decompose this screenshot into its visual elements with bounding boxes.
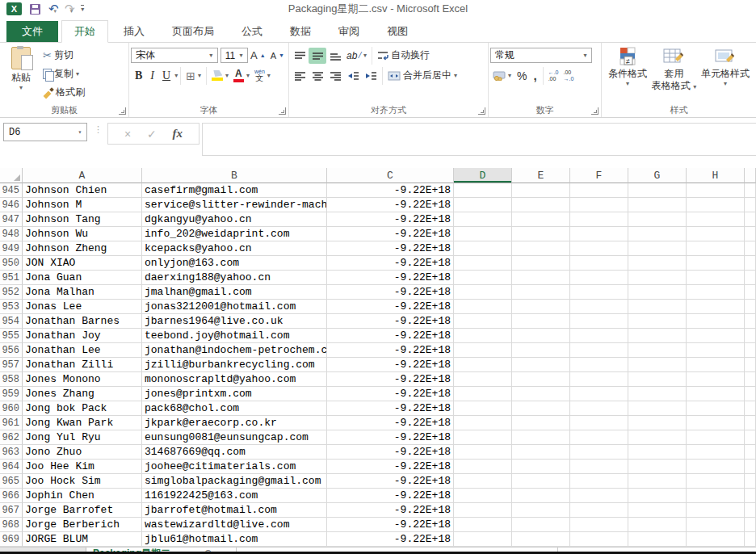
- cell-partial[interactable]: [745, 271, 756, 285]
- cell-B960[interactable]: pack68@chol.com: [142, 401, 327, 416]
- cell-D946[interactable]: [454, 198, 512, 212]
- cell-partial[interactable]: [745, 285, 756, 300]
- cell-C959[interactable]: -9.22E+18: [327, 387, 454, 401]
- cell-B965[interactable]: simglobalpackaging@gmail.com: [142, 474, 327, 489]
- cell-G959[interactable]: [628, 387, 687, 401]
- cell-F959[interactable]: [570, 387, 628, 401]
- cell-D966[interactable]: [454, 489, 512, 503]
- cell-H969[interactable]: [687, 532, 745, 547]
- tab-视图[interactable]: 视图: [375, 21, 420, 42]
- cell-A969[interactable]: JORGE BLUM: [23, 532, 142, 547]
- cell-B957[interactable]: jzilli@burbankrecycling.com: [142, 358, 327, 372]
- underline-button[interactable]: U: [158, 69, 174, 82]
- cell-D954[interactable]: [454, 314, 512, 329]
- cell-G953[interactable]: [628, 300, 687, 314]
- row-header-946[interactable]: 946: [0, 198, 23, 212]
- chevron-down-icon[interactable]: ▾: [579, 52, 591, 59]
- cell-D950[interactable]: [454, 256, 512, 271]
- cell-C952[interactable]: -9.22E+18: [327, 285, 454, 300]
- cell-D953[interactable]: [454, 300, 512, 314]
- tab-数据[interactable]: 数据: [278, 21, 323, 42]
- cell-C961[interactable]: -9.22E+18: [327, 416, 454, 430]
- cell-E949[interactable]: [512, 241, 570, 256]
- cell-E958[interactable]: [512, 372, 570, 387]
- cell-A965[interactable]: Joo Hock Sim: [23, 474, 142, 489]
- cell-H955[interactable]: [687, 329, 745, 343]
- cell-D949[interactable]: [454, 241, 512, 256]
- cell-H952[interactable]: [687, 285, 745, 300]
- cell-G968[interactable]: [628, 518, 687, 532]
- cell-F952[interactable]: [570, 285, 628, 300]
- cell-C969[interactable]: -9.22E+18: [327, 532, 454, 547]
- cell-E955[interactable]: [512, 329, 570, 343]
- cell-G948[interactable]: [628, 227, 687, 241]
- decrease-font-button[interactable]: A▼: [268, 50, 287, 61]
- column-header-E[interactable]: E: [512, 168, 570, 183]
- cell-A966[interactable]: Jophin Chen: [23, 489, 142, 503]
- cell-A957[interactable]: Jonathan Zilli: [23, 358, 142, 372]
- cell-H946[interactable]: [687, 198, 745, 212]
- cell-C967[interactable]: -9.22E+18: [327, 503, 454, 518]
- cell-G954[interactable]: [628, 314, 687, 329]
- cell-H965[interactable]: [687, 474, 745, 489]
- cell-partial[interactable]: [745, 401, 756, 416]
- cell-D960[interactable]: [454, 401, 512, 416]
- cell-D956[interactable]: [454, 343, 512, 358]
- cell-G967[interactable]: [628, 503, 687, 518]
- cell-partial[interactable]: [745, 227, 756, 241]
- cell-C950[interactable]: -9.22E+18: [327, 256, 454, 271]
- cell-E968[interactable]: [512, 518, 570, 532]
- cell-C963[interactable]: -9.22E+18: [327, 445, 454, 460]
- font-dialog-launcher[interactable]: [279, 107, 286, 115]
- increase-font-button[interactable]: A▲: [248, 48, 268, 62]
- row-header-959[interactable]: 959: [0, 387, 23, 401]
- cell-partial[interactable]: [745, 430, 756, 445]
- accounting-format-button[interactable]: ▾: [490, 70, 514, 82]
- formula-input[interactable]: [202, 123, 756, 156]
- tab-file[interactable]: 文件: [6, 21, 58, 42]
- cell-C965[interactable]: -9.22E+18: [327, 474, 454, 489]
- cell-D969[interactable]: [454, 532, 512, 547]
- cell-G949[interactable]: [628, 241, 687, 256]
- undo-button[interactable]: ↶▾: [48, 2, 57, 16]
- cell-A959[interactable]: Jones Zhang: [23, 387, 142, 401]
- cell-partial[interactable]: [745, 212, 756, 227]
- cell-F945[interactable]: [570, 183, 628, 198]
- cell-D945[interactable]: [454, 183, 512, 198]
- cell-E963[interactable]: [512, 445, 570, 460]
- cell-D957[interactable]: [454, 358, 512, 372]
- cell-B945[interactable]: casefirm@gmail.com: [142, 183, 327, 198]
- cell-E952[interactable]: [512, 285, 570, 300]
- cell-F947[interactable]: [570, 212, 628, 227]
- align-middle-button[interactable]: [309, 48, 326, 64]
- cell-A963[interactable]: Jono Zhuo: [23, 445, 142, 460]
- column-header-C[interactable]: C: [327, 168, 454, 183]
- cell-B961[interactable]: jkpark@eraecorp.co.kr: [142, 416, 327, 430]
- sheet-nav-area[interactable]: [0, 548, 86, 552]
- cell-F957[interactable]: [570, 358, 628, 372]
- format-as-table-button[interactable]: 套用 表格格式 ▾: [652, 45, 696, 105]
- copy-button[interactable]: 复制 ▾: [40, 65, 87, 83]
- cell-A949[interactable]: Johnson Zheng: [23, 241, 142, 256]
- cell-G966[interactable]: [628, 489, 687, 503]
- cell-H961[interactable]: [687, 416, 745, 430]
- borders-button[interactable]: ⊞▾: [183, 69, 204, 83]
- cell-G963[interactable]: [628, 445, 687, 460]
- cell-F949[interactable]: [570, 241, 628, 256]
- row-header-961[interactable]: 961: [0, 416, 23, 430]
- cell-partial[interactable]: [745, 343, 756, 358]
- cell-C958[interactable]: -9.22E+18: [327, 372, 454, 387]
- cell-E966[interactable]: [512, 489, 570, 503]
- cell-G955[interactable]: [628, 329, 687, 343]
- cell-E960[interactable]: [512, 401, 570, 416]
- cell-C968[interactable]: -9.22E+18: [327, 518, 454, 532]
- cell-E945[interactable]: [512, 183, 570, 198]
- cell-B969[interactable]: jblu61@hotmail.com: [142, 532, 327, 547]
- column-header-D[interactable]: D: [454, 168, 512, 183]
- name-box[interactable]: D6 ▾: [3, 123, 87, 141]
- cell-F967[interactable]: [570, 503, 628, 518]
- row-header-957[interactable]: 957: [0, 358, 23, 372]
- cell-H947[interactable]: [687, 212, 745, 227]
- cell-D959[interactable]: [454, 387, 512, 401]
- cell-partial[interactable]: [745, 489, 756, 503]
